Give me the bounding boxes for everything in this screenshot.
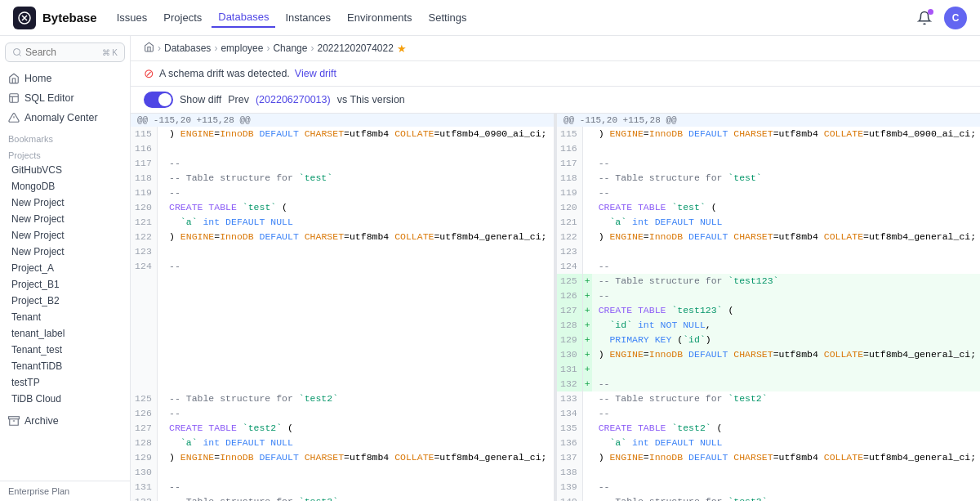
line-number: 139 [557, 480, 582, 494]
diff-toolbar: Show diff Prev (202206270013) vs This ve… [131, 87, 980, 114]
line-prefix [157, 215, 163, 230]
line-code [592, 141, 980, 156]
line-code: -- [592, 406, 980, 421]
prev-link[interactable]: (202206270013) [256, 94, 331, 105]
line-prefix [582, 244, 591, 259]
line-number: 117 [557, 156, 582, 171]
project-item-project-b2[interactable]: Project_B2 [0, 293, 130, 309]
alert-icon: ⊘ [144, 66, 154, 81]
nav-item-settings[interactable]: Settings [422, 8, 474, 27]
line-number: 119 [131, 186, 157, 200]
project-item-tenant[interactable]: Tenant [0, 309, 130, 325]
breadcrumb-sep-3: › [266, 42, 270, 54]
line-code: `a` int DEFAULT NULL [163, 436, 553, 450]
show-diff-toggle[interactable] [144, 92, 173, 108]
project-item-newproject-2[interactable]: New Project [0, 211, 130, 227]
line-number: 121 [131, 215, 157, 230]
nav-item-projects[interactable]: Projects [157, 8, 208, 27]
line-prefix [582, 171, 591, 186]
line-code: -- [163, 406, 553, 421]
project-item-newproject-1[interactable]: New Project [0, 195, 130, 211]
project-item-githubvcs[interactable]: GitHubVCS [0, 162, 130, 178]
line-number: 120 [131, 200, 157, 215]
project-item-tenanttidb[interactable]: TenantTiDB [0, 358, 130, 374]
line-number: 132 [557, 377, 582, 391]
search-box[interactable]: ⌘ K [5, 42, 125, 62]
line-prefix [157, 450, 163, 465]
line-prefix: + [582, 303, 591, 318]
show-diff-label: Show diff [180, 94, 221, 105]
breadcrumb-employee[interactable]: employee [220, 42, 263, 54]
project-item-tidb-cloud[interactable]: TiDB Cloud [0, 391, 130, 407]
line-number: 140 [557, 494, 582, 501]
line-prefix [157, 289, 163, 303]
view-drift-link[interactable]: View drift [295, 68, 336, 79]
nav-item-databases[interactable]: Databases [212, 7, 275, 28]
line-prefix [582, 186, 591, 200]
enterprise-plan: Enterprise Plan [0, 481, 130, 501]
line-prefix [157, 244, 163, 259]
breadcrumb-star-icon[interactable]: ★ [397, 42, 407, 55]
line-number [131, 377, 157, 391]
anomaly-center-icon [8, 112, 20, 123]
line-number: 115 [131, 127, 157, 141]
line-number: 128 [131, 436, 157, 450]
line-number: 115 [557, 127, 582, 141]
line-prefix [157, 480, 163, 494]
line-code: -- [163, 156, 553, 171]
project-item-mongodb[interactable]: MongoDB [0, 178, 130, 195]
line-prefix [582, 141, 591, 156]
project-item-tenant-test[interactable]: Tenant_test [0, 342, 130, 358]
line-prefix [157, 171, 163, 186]
breadcrumb-home-icon[interactable] [144, 42, 154, 55]
breadcrumb-databases[interactable]: Databases [164, 42, 211, 54]
line-code: -- [592, 156, 980, 171]
line-code: -- Table structure for `test2` [592, 391, 980, 406]
line-number: 117 [131, 156, 157, 171]
project-item-newproject-4[interactable]: New Project [0, 244, 130, 260]
line-number: 120 [557, 200, 582, 215]
project-item-project-b1[interactable]: Project_B1 [0, 276, 130, 293]
notification-bell[interactable] [913, 7, 936, 29]
line-number: 137 [557, 450, 582, 465]
sidebar-item-sql-editor[interactable]: SQL Editor [0, 88, 130, 108]
line-prefix [157, 436, 163, 450]
project-item-newproject-3[interactable]: New Project [0, 227, 130, 244]
avatar[interactable]: C [944, 7, 967, 29]
line-number: 130 [131, 465, 157, 480]
line-code [163, 362, 553, 377]
line-prefix [157, 274, 163, 289]
search-input[interactable] [25, 47, 74, 58]
notification-dot [928, 9, 933, 15]
nav-item-environments[interactable]: Environments [341, 8, 418, 27]
nav-item-issues[interactable]: Issues [110, 8, 154, 27]
project-item-project-a[interactable]: Project_A [0, 260, 130, 276]
breadcrumb-change[interactable]: Change [273, 42, 307, 54]
svg-point-1 [14, 49, 20, 56]
vs-label: vs This version [337, 94, 405, 105]
sidebar-item-anomaly-center[interactable]: Anomaly Center [0, 108, 130, 127]
diff-viewer[interactable]: @@ -115,20 +115,28 @@ 115) ENGINE=InnoDB… [131, 114, 980, 501]
line-code: -- [592, 186, 980, 200]
nav-item-instances[interactable]: Instances [278, 8, 337, 27]
logo[interactable]: Bytebase [13, 7, 97, 29]
project-item-tenant-label[interactable]: tenant_label [0, 325, 130, 342]
sidebar-home-label: Home [24, 73, 51, 84]
project-item-testtp[interactable]: testTP [0, 374, 130, 391]
line-prefix: + [582, 274, 591, 289]
line-prefix: + [582, 333, 591, 347]
line-code: -- [592, 480, 980, 494]
line-code: CREATE TABLE `test2` ( [592, 421, 980, 436]
line-number: 124 [131, 259, 157, 274]
sidebar-item-archive[interactable]: Archive [0, 410, 130, 432]
line-code [163, 289, 553, 303]
line-prefix: + [582, 318, 591, 333]
line-prefix [157, 377, 163, 391]
line-prefix [157, 303, 163, 318]
line-code: -- [592, 289, 980, 303]
line-code [163, 318, 553, 333]
line-prefix [157, 333, 163, 347]
sidebar-item-home[interactable]: Home [0, 69, 130, 88]
line-number: 122 [557, 230, 582, 244]
line-code [163, 303, 553, 318]
